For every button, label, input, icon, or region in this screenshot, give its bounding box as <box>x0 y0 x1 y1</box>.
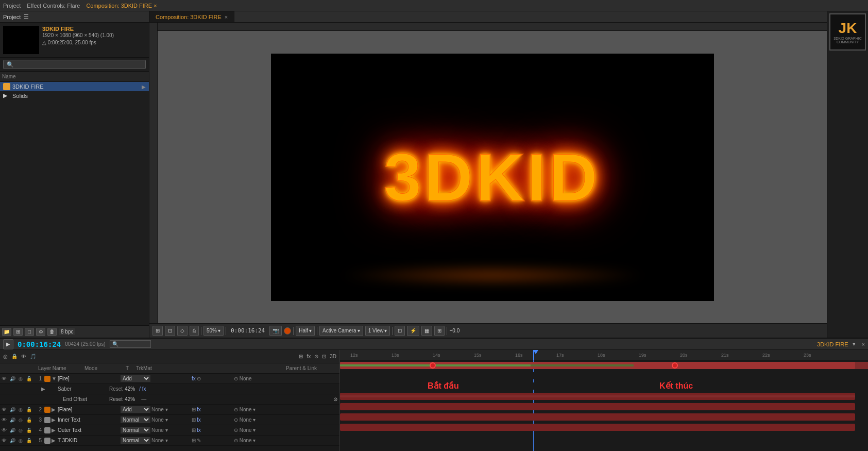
layer-2-solo[interactable]: ◎ <box>16 407 25 412</box>
layer-row-3[interactable]: 👁 🔊 ◎ 🔓 3 ▶ Inner Text NormalAdd None ▾ <box>0 415 339 425</box>
layer-3-mode[interactable]: NormalAdd <box>120 416 150 423</box>
layer-5-mode-select[interactable]: NormalAdd <box>121 437 150 444</box>
layer-row-4[interactable]: 👁 🔊 ◎ 🔓 4 ▶ Outer Text NormalAdd None ▾ <box>0 425 339 436</box>
fx-btn[interactable]: fx <box>305 353 312 360</box>
layer-1-solo[interactable]: ◎ <box>16 376 25 381</box>
tl-comp-menu[interactable]: ▾ <box>853 341 856 347</box>
layer-3-audio[interactable]: 🔊 <box>8 417 16 423</box>
comp-tab-fire[interactable]: Composition: 3DKID FIRE × <box>149 11 234 22</box>
color-btn[interactable] <box>284 327 291 335</box>
solo-btn[interactable]: ◎ <box>2 353 9 360</box>
layer-3-lock[interactable]: 🔓 <box>25 417 33 423</box>
layer-3-expand[interactable]: ▶ <box>52 417 58 423</box>
collapse-btn[interactable]: ⊞ <box>298 353 304 360</box>
project-menu-icon[interactable]: ☰ <box>24 13 29 20</box>
layer-1-mode-select[interactable]: AddNormalScreen <box>121 375 150 382</box>
layer-5-mode[interactable]: NormalAdd <box>120 437 150 444</box>
mask-btn[interactable]: ◇ <box>177 326 188 336</box>
layer-2-expand[interactable]: ▶ <box>52 407 58 412</box>
layer-4-lock[interactable]: 🔓 <box>25 428 33 433</box>
layer-4-mode[interactable]: NormalAdd <box>120 427 150 433</box>
new-solid-btn[interactable]: □ <box>25 328 34 336</box>
layer-1-motion-icon[interactable]: ⊙ <box>197 376 201 381</box>
lock-btn[interactable]: 🔒 <box>10 353 19 360</box>
layer-5-lock[interactable]: 🔓 <box>25 438 33 443</box>
layer-row-2[interactable]: 👁 🔊 ◎ 🔓 2 ▶ [Flare] AddNormal None ▾ <box>0 405 339 415</box>
layer-4-expand[interactable]: ▶ <box>52 427 58 433</box>
layer-2-audio[interactable]: 🔊 <box>8 407 16 412</box>
snapshot-btn[interactable]: ⎙ <box>190 326 199 336</box>
layer-3-mode-select[interactable]: NormalAdd <box>121 416 150 423</box>
asset-action-icon[interactable]: ▶ <box>142 84 146 90</box>
layer-2-mode[interactable]: AddNormal <box>120 406 150 413</box>
menu-effect-controls[interactable]: Effect Controls: Flare <box>27 3 80 9</box>
tl-comp-close[interactable]: × <box>862 341 865 347</box>
saber-fx-icon[interactable]: / fx <box>139 386 146 392</box>
layer-1-vis[interactable]: 👁 <box>0 376 8 381</box>
3d-btn[interactable]: 3D <box>329 353 337 360</box>
layer-1-fx-icon[interactable]: fx <box>192 376 196 381</box>
fast-preview-btn[interactable]: ⚡ <box>407 326 419 336</box>
asset-item-solids[interactable]: ▶ Solids <box>0 91 149 101</box>
resolution-btn[interactable]: 50% ▾ <box>203 326 224 336</box>
asset-item-comp[interactable]: 3DKID FIRE ▶ <box>0 82 149 91</box>
layer-5-vis[interactable]: 👁 <box>0 438 8 443</box>
svg-point-22 <box>672 363 677 368</box>
tl-play-btn[interactable]: ▶ <box>3 339 13 349</box>
grid-overlay-btn[interactable]: ⊞ <box>434 326 445 336</box>
folder-expand-icon[interactable]: ▶ <box>3 92 10 99</box>
layer-1-mode[interactable]: AddNormalScreen <box>120 375 150 382</box>
menu-project[interactable]: Project <box>3 3 21 9</box>
layer-row-1[interactable]: 👁 🔊 ◎ 🔓 1 ▼ [Fire] AddNormalScreen <box>0 374 339 384</box>
project-search-input[interactable] <box>3 60 146 69</box>
quality-btn[interactable]: Half ▾ <box>296 326 315 336</box>
layer-1-expand[interactable]: ▼ <box>52 376 58 381</box>
adjust-btn[interactable]: ⊡ <box>321 353 327 360</box>
always-preview-btn[interactable]: ⊞ <box>152 326 163 336</box>
layer-2-fx-icon[interactable]: fx <box>197 407 201 412</box>
fire-text-display: 3DKID <box>384 139 600 216</box>
new-folder-btn[interactable]: 📁 <box>2 328 11 336</box>
snapshot-camera-btn[interactable]: 📷 <box>269 326 282 336</box>
layer-4-vis[interactable]: 👁 <box>0 427 8 433</box>
layer-3-fx-icon[interactable]: fx <box>197 417 201 423</box>
layer-2-mode-select[interactable]: AddNormal <box>121 406 150 413</box>
pixel-aspect-btn[interactable]: ⊡ <box>395 326 405 336</box>
layer-4-audio[interactable]: 🔊 <box>8 428 16 433</box>
layer-4-collapse-icon[interactable]: ⊞ <box>192 427 196 433</box>
layer-5-expand[interactable]: ▶ <box>52 438 58 443</box>
layer-4-mode-select[interactable]: NormalAdd <box>121 427 150 433</box>
layer-5-collapse-icon[interactable]: ⊞ <box>192 438 196 443</box>
layer-row-5[interactable]: 👁 🔊 ◎ 🔓 5 ▶ T 3DKID NormalAdd <box>0 436 339 446</box>
layer-3-solo[interactable]: ◎ <box>16 417 25 423</box>
end-offset-reset[interactable]: Reset <box>109 396 123 402</box>
comp-tab-close[interactable]: × <box>225 14 228 20</box>
new-comp-btn[interactable]: ⊞ <box>13 328 23 336</box>
comp-tab-top[interactable]: Composition: 3DKID FIRE × <box>86 3 157 9</box>
layer-2-vis[interactable]: 👁 <box>0 407 8 412</box>
eye-btn[interactable]: 👁 <box>20 353 27 360</box>
transparency-btn[interactable]: ▦ <box>421 326 432 336</box>
layer-1-lock[interactable]: 🔓 <box>25 376 33 381</box>
timeline-search-input[interactable] <box>110 340 151 348</box>
layer-4-solo[interactable]: ◎ <box>16 428 25 433</box>
layer-2-collapse-icon[interactable]: ⊞ <box>192 407 196 412</box>
audio-btn[interactable]: 🎵 <box>29 353 37 360</box>
layer-5-audio[interactable]: 🔊 <box>8 438 16 443</box>
layer-1-audio[interactable]: 🔊 <box>8 376 16 381</box>
saber-expand[interactable]: ▶ <box>41 386 47 392</box>
motion-blur-btn[interactable]: ⊙ <box>313 353 319 360</box>
current-time-display[interactable]: 0:00:16:24 <box>18 340 61 348</box>
layer-3-collapse-icon[interactable]: ⊞ <box>192 417 196 423</box>
view-label-btn[interactable]: Active Camera ▾ <box>319 326 363 336</box>
layer-2-lock[interactable]: 🔓 <box>25 407 33 412</box>
settings-btn[interactable]: ⚙ <box>36 328 45 336</box>
trash-btn[interactable]: 🗑 <box>47 328 57 336</box>
end-offset-keyframe-icon[interactable]: ⊙ <box>331 396 339 402</box>
layer-4-fx-icon[interactable]: fx <box>197 427 201 433</box>
layer-5-solo[interactable]: ◎ <box>16 438 25 443</box>
view-count-btn[interactable]: 1 View ▾ <box>365 326 390 336</box>
layer-3-vis[interactable]: 👁 <box>0 417 8 423</box>
viewer-grid-btn[interactable]: ⊡ <box>165 326 175 336</box>
layer-5-pen-icon[interactable]: ✎ <box>197 438 201 443</box>
